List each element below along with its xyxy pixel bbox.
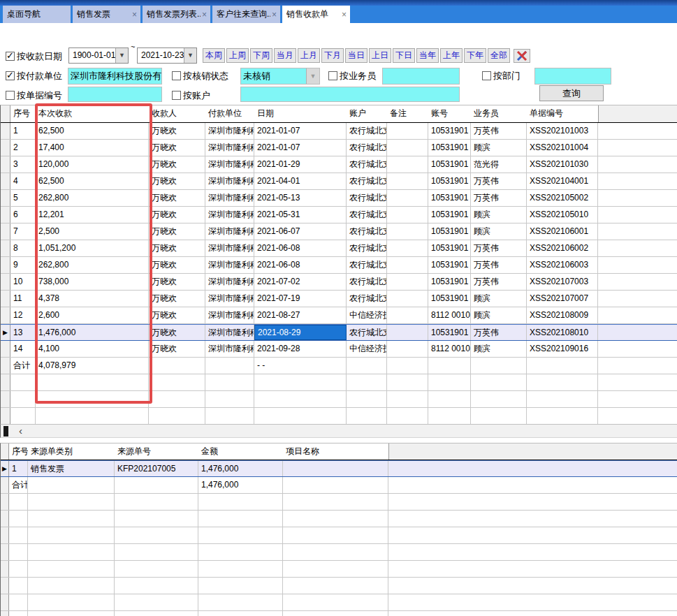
row-selector[interactable] (1, 240, 10, 256)
cell[interactable] (28, 494, 115, 510)
cell[interactable]: 2021-09-28 (254, 341, 347, 357)
cell[interactable] (28, 561, 115, 577)
cell[interactable]: 农行城北支 (347, 240, 387, 256)
cell[interactable]: 万晓欢 (149, 223, 205, 240)
cell[interactable] (115, 527, 198, 543)
cell[interactable]: 2021-07-02 (254, 274, 347, 290)
cell[interactable]: 17,400 (36, 140, 149, 156)
cell[interactable]: 深圳市隆利科技 (205, 257, 254, 273)
payer-unit-input[interactable]: 深圳市隆利科技股份有限 (68, 68, 162, 85)
cell[interactable]: XSS202105010 (527, 207, 598, 223)
date-from-select[interactable]: 1900-01-01 ▼ (68, 47, 129, 64)
cell[interactable]: XSS202101004 (527, 140, 598, 156)
row-selector[interactable] (1, 207, 10, 223)
cell[interactable]: 顾滨 (471, 341, 527, 357)
cell[interactable]: 农行城北支 (347, 123, 387, 139)
cell[interactable]: 农行城北支 (347, 325, 387, 340)
cell[interactable]: 2 (10, 140, 36, 156)
cell[interactable]: 14 (10, 341, 36, 357)
cell[interactable]: 10531901 (428, 325, 471, 340)
cell[interactable]: 7 (10, 223, 36, 240)
cell[interactable]: 10531901 (428, 140, 471, 156)
cell[interactable] (28, 511, 115, 527)
cell[interactable]: 万晓欢 (149, 291, 205, 307)
cell[interactable]: 中信经济技 (347, 341, 387, 357)
cell[interactable] (149, 408, 205, 424)
cell[interactable]: 顾滨 (471, 291, 527, 307)
cell[interactable]: 13 (10, 325, 36, 340)
cell[interactable] (471, 408, 527, 424)
cell[interactable]: 万英伟 (471, 190, 527, 206)
quick-range-button[interactable]: 上日 (369, 48, 391, 63)
cell[interactable]: 深圳市隆利科技 (205, 223, 254, 240)
scroll-left-icon[interactable]: ‹ (19, 425, 22, 437)
cell[interactable] (28, 611, 115, 616)
cell[interactable]: 农行城北支 (347, 140, 387, 156)
cell[interactable] (198, 527, 283, 543)
cell[interactable] (36, 374, 149, 390)
cell[interactable]: 738,000 (36, 274, 149, 290)
cell[interactable] (149, 391, 205, 407)
cell[interactable]: 范光得 (471, 156, 527, 173)
cell[interactable]: 农行城北支 (347, 257, 387, 273)
cell[interactable]: 10531901 (428, 223, 471, 240)
cell[interactable] (428, 374, 471, 390)
cell[interactable] (198, 511, 283, 527)
cell[interactable]: 深圳市隆利科技 (205, 274, 254, 290)
cell[interactable]: 万英伟 (471, 274, 527, 290)
cell[interactable]: 农行城北支 (347, 223, 387, 240)
cell[interactable] (387, 173, 428, 189)
cell[interactable]: XSS202101003 (527, 123, 598, 139)
cell[interactable]: XSS202105002 (527, 190, 598, 206)
cell[interactable] (9, 611, 28, 616)
cell[interactable]: 62,500 (36, 173, 149, 189)
cell[interactable]: 深圳市隆利科技 (205, 173, 254, 189)
cell[interactable] (36, 408, 149, 424)
cell[interactable] (471, 374, 527, 390)
cell[interactable]: 2021-01-07 (254, 123, 347, 139)
cell[interactable]: 农行城北支 (347, 190, 387, 206)
row-selector[interactable]: ▶ (1, 325, 10, 340)
cell[interactable] (387, 140, 428, 156)
cell[interactable]: 10531901 (428, 123, 471, 139)
quick-range-button[interactable]: 上年 (440, 48, 463, 63)
cell[interactable] (283, 461, 388, 476)
cell[interactable]: 万晓欢 (149, 307, 205, 323)
cell[interactable] (254, 374, 347, 390)
cell[interactable]: 万晓欢 (149, 341, 205, 357)
cell[interactable] (10, 391, 36, 407)
salesman-input[interactable] (382, 68, 460, 85)
cell[interactable] (387, 408, 428, 424)
query-button[interactable]: 查询 (539, 85, 604, 101)
cell[interactable]: 万英伟 (471, 325, 527, 340)
quick-range-button[interactable]: 下日 (393, 48, 415, 63)
cell[interactable]: 11 (10, 291, 36, 307)
cell[interactable]: 深圳市隆利科技 (205, 325, 254, 340)
cell[interactable]: XSS202108009 (527, 307, 598, 323)
tab-0[interactable]: 桌面导航 (3, 6, 71, 23)
tab-2[interactable]: 销售发票列表...× (143, 6, 210, 23)
cell[interactable] (387, 391, 428, 407)
cell[interactable]: 2021-07-19 (254, 291, 347, 307)
cell[interactable] (36, 391, 149, 407)
cell[interactable]: 万晓欢 (149, 190, 205, 206)
cell[interactable]: 10 (10, 274, 36, 290)
cell[interactable]: 深圳市隆利科技 (205, 123, 254, 139)
horizontal-scrollbar[interactable]: ‹ (0, 424, 677, 438)
cell[interactable]: 万晓欢 (149, 156, 205, 173)
cell[interactable]: 深圳市隆利科技 (205, 190, 254, 206)
cell[interactable]: 万英伟 (471, 257, 527, 273)
cell[interactable] (428, 391, 471, 407)
cell[interactable]: XSS202106001 (527, 223, 598, 240)
cell[interactable]: 4 (10, 173, 36, 189)
cell[interactable] (387, 257, 428, 273)
cell[interactable]: 销售发票 (28, 461, 115, 476)
cell[interactable]: 2021-06-08 (254, 257, 347, 273)
cell[interactable]: 2021-01-29 (254, 156, 347, 173)
cell[interactable] (387, 223, 428, 240)
cell[interactable]: 万晓欢 (149, 207, 205, 223)
cell[interactable]: 顾滨 (471, 307, 527, 323)
cell[interactable]: 262,800 (36, 257, 149, 273)
cell[interactable] (9, 494, 28, 510)
row-selector[interactable] (1, 307, 10, 323)
